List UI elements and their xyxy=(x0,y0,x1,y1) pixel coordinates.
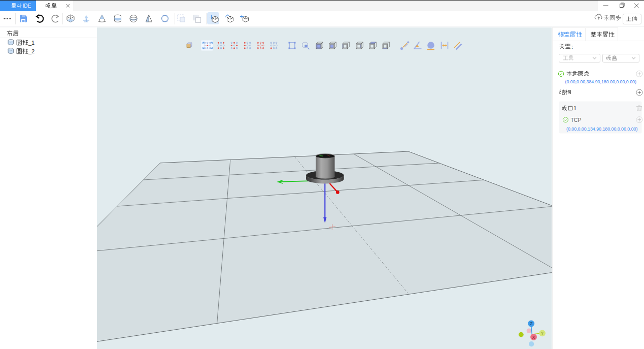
svg-text:IDE: IDE xyxy=(23,3,31,9)
svg-text:_2: _2 xyxy=(28,48,35,54)
svg-text:Y: Y xyxy=(541,331,544,336)
svg-text::: : xyxy=(571,44,573,50)
svg-text:1: 1 xyxy=(573,105,577,111)
svg-text:(0.00,0.00,384.90,180.00,0.00,: (0.00,0.00,384.90,180.00,0.00,0.00) xyxy=(565,79,636,84)
svg-text:Z: Z xyxy=(530,321,533,326)
svg-text:TCP: TCP xyxy=(570,117,581,123)
svg-text:_1: _1 xyxy=(28,40,35,46)
svg-text:X: X xyxy=(532,335,535,340)
svg-text:(0.00,0.00,134.90,180.00,0.00,: (0.00,0.00,134.90,180.00,0.00,0.00) xyxy=(566,126,637,132)
